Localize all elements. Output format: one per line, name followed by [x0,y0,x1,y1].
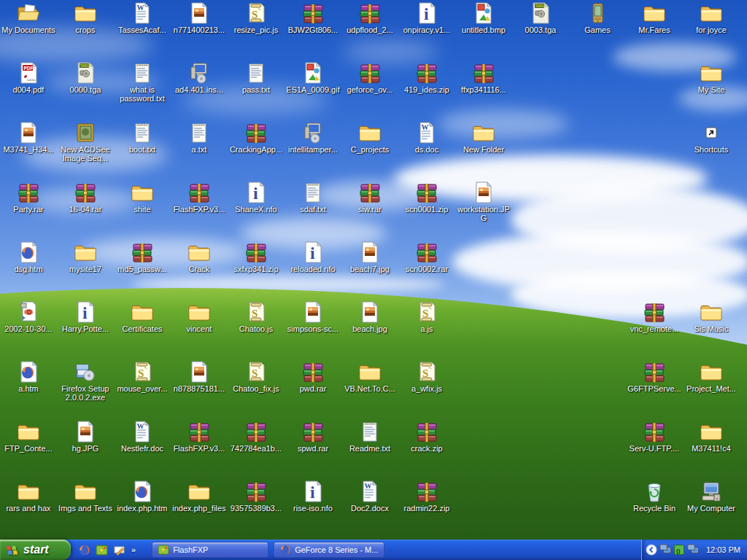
desktop-icon-reloaded-nfo[interactable]: ireloaded.nfo [285,241,341,273]
desktop-icon-419-ides-zip[interactable]: 419_ides.zip [399,61,454,94]
start-button[interactable]: start [0,540,71,560]
desktop-icon-flashfxp-v3[interactable]: FlashFXP.v3... [171,181,227,214]
desktop-icon-simpsons-sc[interactable]: simpsons-sc... [285,300,341,333]
desktop-icon-a-htm[interactable]: a.htm [1,360,56,393]
desktop-icon-index-php-htm[interactable]: index.php.htm [115,480,170,513]
desktop-icon-for-joyce[interactable]: for joyce [684,1,739,34]
desktop-icon-sis-music[interactable]: Sis Music [684,300,739,333]
desktop-icon-my-documents[interactable]: My Documents [1,1,56,34]
desktop-icon-ds-doc[interactable]: Wds.doc [399,121,454,154]
desktop-icon-sxfxp341-zip[interactable]: sxfxp341.zip [228,241,284,273]
desktop-icon-chatoo-fix-js[interactable]: SChatoo_fix.js [228,360,284,393]
desktop-icon-beach-jpg[interactable]: beach.jpg [342,300,398,333]
desktop-icon-rise-iso-nfo[interactable]: irise-iso.nfo [285,480,341,513]
desktop-icon-vincent[interactable]: vincent [171,300,227,333]
desktop-icon-boot-txt[interactable]: boot.txt [115,121,170,154]
desktop-icon-radmin22-zip[interactable]: radmin22.zip [399,480,454,513]
desktop-icon-c-projects[interactable]: C_projects [342,121,398,154]
desktop-icon-readme-txt[interactable]: Readme.txt [342,420,398,453]
desktop-icon-hg-jpg[interactable]: hg.JPG [58,420,113,453]
desktop-icon-vnc-remote[interactable]: vnc_remote... [627,300,682,333]
desktop-icon-es1a-0009-gif[interactable]: ES1A_0009.gif [285,61,341,94]
desktop-icon-crops[interactable]: crops [58,1,113,34]
desktop-icon-games[interactable]: Games [570,1,625,34]
desktop-icon-m37411-c4[interactable]: M37411!c4 [684,420,739,453]
task-button-geforce-8-series-m[interactable]: GeForce 8 Series - M... [274,542,384,558]
desktop-icon-crackingapp[interactable]: CrackingApp... [228,121,284,154]
desktop-icon-a-js[interactable]: Sa.js [399,300,454,333]
desktop-icon-imgs-and-texts[interactable]: Imgs and Texts [58,480,113,513]
desktop-icon-doc2-docx[interactable]: WDoc2.docx [342,480,398,513]
desktop-icon-ffxp341116[interactable]: ffxp341116... [456,61,511,94]
desktop-icon-flashfxp-v3[interactable]: FlashFXP.v3... [171,420,227,453]
desktop-icon-project-met[interactable]: Project_Met... [684,360,739,393]
desktop-icon-scn0001-zip[interactable]: scn0001.zip [399,181,454,214]
desktop-icon-index-php-files[interactable]: index.php_files [171,480,227,513]
desktop-icon-sdaf-txt[interactable]: sdaf.txt [285,181,341,214]
desktop-icon-geforce-ov[interactable]: geforce_ov... [342,61,398,94]
desktop-icon-tassesacaf[interactable]: WTassesAcaf... [115,1,170,34]
desktop-icon-untitled-bmp[interactable]: untitled.bmp [456,1,511,34]
desktop-icon-a-wfix-js[interactable]: Sa_wfix.js [399,360,454,393]
desktop-icon-crack[interactable]: Crack [171,241,227,273]
desktop-icon-mouse-over[interactable]: Smouse_over... [115,360,170,393]
desktop-icon-beach7-jpg[interactable]: beach7.jpg [342,241,398,273]
desktop-icon-mr-fares[interactable]: Mr.Fares [627,1,682,34]
desktop-icon-mysite17[interactable]: mysite17 [58,241,113,273]
desktop-icon-n771400213[interactable]: n771400213... [171,1,227,34]
desktop-icon-what-is-password-txt[interactable]: what is password.txt [115,61,170,103]
desktop-icon-742784ea1b[interactable]: 742784ea1b... [228,420,284,453]
task-button-flashfxp[interactable]: FlashFXP [152,542,268,558]
desktop-icon-recycle-bin[interactable]: Recycle Bin [627,480,682,513]
desktop-icon-16-04-rar[interactable]: 16-04.rar [58,181,113,214]
desktop-icon-dsg-htm[interactable]: dsg.htm [1,241,56,273]
desktop-icon-vb-net-to-c[interactable]: VB.Net.To.C... [342,360,398,393]
desktop-icon-new-folder[interactable]: New Folder [456,121,511,154]
tray-hide-chevron-icon[interactable] [646,544,657,556]
desktop[interactable]: My DocumentscropsWTassesAcaf...n77140021… [0,0,747,560]
desktop-icon-shanex-nfo[interactable]: iShaneX.nfo [228,181,284,214]
desktop-icon-ad4-401-ins[interactable]: ad4.401.ins... [171,61,227,94]
desktop-icon-93575389b3[interactable]: 93575389b3... [228,480,284,513]
tray-green-app-icon[interactable]: () [673,544,685,556]
desktop-icon-intellitamper[interactable]: intellitamper... [285,121,341,154]
desktop-icon-pwd-rar[interactable]: pwd.rar [285,360,341,393]
desktop-icon-2002-10-30[interactable]: 2002-10-30... [1,300,56,333]
desktop-icon-scn0002-rar[interactable]: scn0002.rar [399,241,454,273]
desktop-icon-rars-and-hax[interactable]: rars and hax [1,480,56,513]
desktop-icon-crack-zip[interactable]: crack.zip [399,420,454,453]
desktop-icon-my-site[interactable]: My Site [684,61,739,94]
desktop-icon-nestlefr-doc[interactable]: WNestlefr.doc [115,420,170,453]
desktop-icon-chatoo-js[interactable]: SChatoo.js [228,300,284,333]
desktop-icon-g6ftpserve[interactable]: G6FTPServe... [627,360,682,393]
desktop-icon-certificates[interactable]: Certificates [115,300,170,333]
desktop-icon-shortcuts[interactable]: Shortcuts [684,121,739,154]
desktop-icon-siw-rar[interactable]: siw.rar [342,181,398,214]
desktop-icon-bjw2gt806[interactable]: BJW2Gt806... [285,1,341,34]
desktop-icon-ftp-conte[interactable]: FTP_Conte... [1,420,56,453]
desktop-icon-m3741-h34[interactable]: M3741_H34... [1,121,56,154]
desktop-icon-new-acdsee-image-seq[interactable]: New ACDSee Image Seq... [58,121,113,163]
desktop-icon-harry-potte[interactable]: iHarry.Potte... [58,300,113,333]
desktop-icon-udpflood-2[interactable]: udpflood_2... [342,1,398,34]
desktop-icon-a-txt[interactable]: a.txt [171,121,227,154]
desktop-icon-d004-pdf[interactable]: PDFAdobed004.pdf [1,61,56,94]
quick-launch-flashfxp-icon[interactable] [96,544,108,556]
quick-launch-show-desktop-icon[interactable] [113,544,125,556]
desktop-icon-md5-passw[interactable]: md5_passw... [115,241,170,273]
desktop-icon-n878875181[interactable]: n878875181... [171,360,227,393]
desktop-icon-shite[interactable]: shite [115,181,170,214]
desktop-icon-workstation-jpg[interactable]: workstation.JPG [456,181,511,222]
desktop-icon-pass-txt[interactable]: pass.txt [228,61,284,94]
quick-launch-firefox-icon[interactable] [78,544,90,556]
desktop-icon-0000-tga[interactable]: TARGA0000.tga [58,61,113,94]
tray-network-icon[interactable] [687,544,699,556]
tray-clock[interactable]: 12:03 PM [706,545,740,554]
desktop-icon-spwd-rar[interactable]: spwd.rar [285,420,341,453]
desktop-icon-party-rar[interactable]: Party.rar [1,181,56,214]
desktop-icon-0003-tga[interactable]: TARGA0003.tga [513,1,568,34]
desktop-icon-firefox-setup-2-0-0-2-exe[interactable]: Firefox Setup 2.0.0.2.exe [58,360,113,402]
desktop-icon-my-computer[interactable]: My Computer [684,480,739,513]
desktop-icon-onpiracy-v1[interactable]: ionpiracy.v1... [399,1,454,34]
desktop-icon-resize-pic-js[interactable]: Sresize_pic.js [228,1,284,34]
